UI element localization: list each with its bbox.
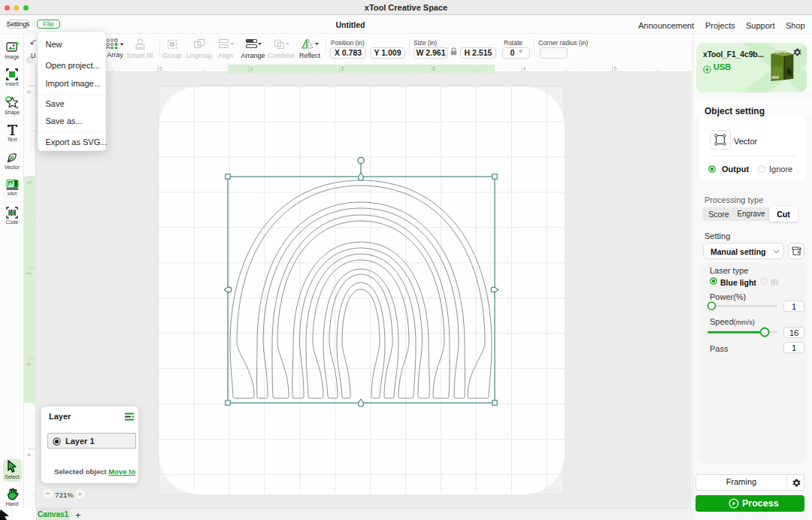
svg-text:2: 2 bbox=[26, 272, 32, 275]
svg-text:1: 1 bbox=[26, 181, 32, 184]
svg-text:0: 0 bbox=[26, 90, 32, 93]
svg-text:5: 5 bbox=[614, 66, 617, 71]
svg-text:4: 4 bbox=[523, 66, 526, 71]
svg-text:3: 3 bbox=[432, 66, 435, 71]
svg-text:AI: AI bbox=[8, 182, 14, 187]
svg-text:3: 3 bbox=[26, 363, 32, 366]
svg-text:4: 4 bbox=[26, 454, 32, 457]
svg-text:0: 0 bbox=[159, 66, 162, 71]
svg-text:2: 2 bbox=[341, 66, 344, 71]
svg-text:1: 1 bbox=[250, 66, 253, 71]
